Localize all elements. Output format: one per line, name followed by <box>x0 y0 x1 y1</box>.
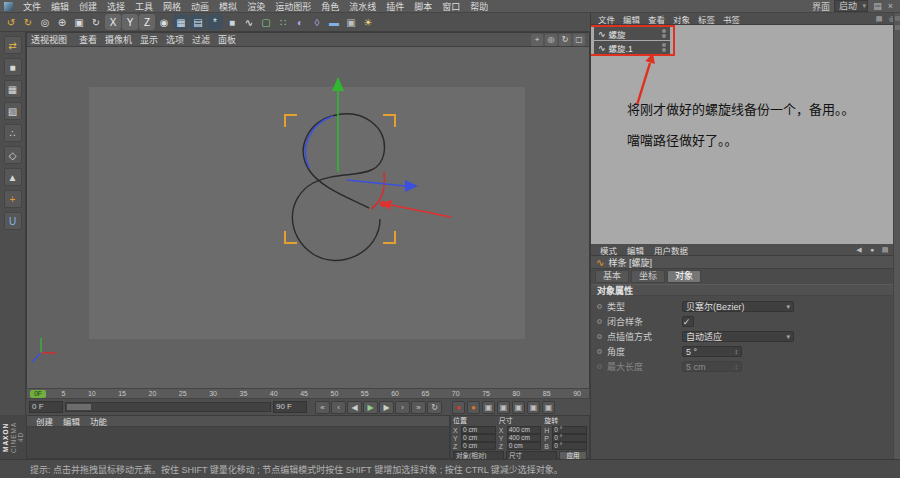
viewport-menu-item[interactable]: 摄像机 <box>101 33 136 46</box>
record-keyframe-button[interactable]: ● <box>452 401 465 414</box>
object-manager-menu-item[interactable]: 书签 <box>719 13 744 25</box>
menu-item[interactable]: 动画 <box>186 0 214 13</box>
end-frame-field[interactable]: 90 F <box>273 401 307 413</box>
live-selection-button[interactable]: ◎ <box>37 14 53 30</box>
next-key-button[interactable]: › <box>395 401 410 414</box>
position-field[interactable]: 0 cm <box>461 426 496 434</box>
timeline-ruler[interactable]: 0F 051015202530354045505560657075808590 <box>26 388 590 399</box>
pan-view-button[interactable]: + <box>531 34 543 46</box>
zoom-view-button[interactable]: ◎ <box>545 34 557 46</box>
deformers-button[interactable]: ◊ <box>309 14 325 30</box>
menu-item[interactable]: 工具 <box>130 0 158 13</box>
loop-button[interactable]: ↻ <box>427 401 442 414</box>
rotation-field[interactable]: 0 ° <box>552 426 587 434</box>
menu-item[interactable]: 网格 <box>158 0 186 13</box>
autokey-toggle[interactable]: ● <box>467 401 480 414</box>
render-view-button[interactable]: ▦ <box>173 14 189 30</box>
attribute-menu-item[interactable]: 编辑 <box>622 244 649 256</box>
animation-dot[interactable] <box>597 319 602 324</box>
viewport-menu-item[interactable]: 过滤 <box>188 33 214 46</box>
redo-button[interactable]: ↻ <box>20 14 36 30</box>
position-field[interactable]: 0 cm <box>461 434 496 442</box>
layout-dropdown[interactable]: 启动 <box>834 0 868 12</box>
om-filter-button[interactable]: ▤ <box>874 14 884 24</box>
menu-item[interactable]: 运动图形 <box>270 0 316 13</box>
size-field[interactable]: 400 cm <box>507 434 542 442</box>
generators-button[interactable]: ∷ <box>275 14 291 30</box>
object-manager-menu-item[interactable]: 查看 <box>644 13 669 25</box>
material-menu-item[interactable]: 创建 <box>31 415 58 427</box>
animation-dot[interactable] <box>597 334 602 339</box>
toggle-view-button[interactable]: ▢ <box>573 34 585 46</box>
undo-button[interactable]: ↺ <box>3 14 19 30</box>
rotation-field[interactable]: 0 ° <box>552 442 587 450</box>
attribute-control[interactable]: ✓ <box>682 316 694 327</box>
position-field[interactable]: 0 cm <box>461 442 496 450</box>
timeline-playhead[interactable]: 0F <box>30 390 46 398</box>
goto-end-button[interactable]: » <box>411 401 426 414</box>
object-manager-menu-item[interactable]: 编辑 <box>619 13 644 25</box>
subdivision-surface-button[interactable]: ▢ <box>258 14 274 30</box>
window-menu-button[interactable]: ▤ <box>872 1 883 11</box>
next-frame-button[interactable]: ▶ <box>379 401 394 414</box>
record-pla-toggle[interactable]: ▣ <box>542 401 555 414</box>
lock-y-axis-button[interactable]: Y <box>122 14 138 30</box>
frame-range-slider[interactable] <box>65 402 271 412</box>
record-scale-toggle[interactable]: ▣ <box>497 401 510 414</box>
menu-item[interactable]: 插件 <box>381 0 409 13</box>
attribute-control[interactable]: 自动适应 ▾ <box>682 331 794 342</box>
play-button[interactable]: ▶ <box>363 401 378 414</box>
edges-mode-button[interactable]: ◇ <box>4 146 22 164</box>
animation-dot[interactable] <box>597 349 602 354</box>
menu-item[interactable]: 文件 <box>18 0 46 13</box>
render-settings-button[interactable]: * <box>207 14 223 30</box>
menu-item[interactable]: 渲染 <box>242 0 270 13</box>
light-button[interactable]: ☀ <box>360 14 376 30</box>
menu-item[interactable]: 脚本 <box>409 0 437 13</box>
viewport-menu-item[interactable]: 选项 <box>162 33 188 46</box>
attribute-tab[interactable]: 对象 <box>667 270 701 283</box>
polygons-mode-button[interactable]: ▲ <box>4 168 22 186</box>
menu-item[interactable]: 窗口 <box>437 0 465 13</box>
attr-panel-menu-button[interactable]: ▤ <box>880 245 890 255</box>
lock-z-axis-button[interactable]: Z <box>139 14 155 30</box>
viewport-menu-item[interactable]: 面板 <box>214 33 240 46</box>
workplane-mode-button[interactable]: ▧ <box>4 102 22 120</box>
lock-x-axis-button[interactable]: X <box>105 14 121 30</box>
move-tool-button[interactable]: ⊕ <box>54 14 70 30</box>
panel-tab-icon[interactable] <box>895 25 900 30</box>
record-rotation-toggle[interactable]: ▣ <box>512 401 525 414</box>
rotation-field[interactable]: 0 ° <box>552 434 587 442</box>
material-menu-item[interactable]: 编辑 <box>58 415 85 427</box>
size-field[interactable]: 0 cm <box>507 442 542 450</box>
attribute-tab[interactable]: 坐标 <box>631 270 665 283</box>
attribute-menu-item[interactable]: 模式 <box>595 244 622 256</box>
viewport-menu-item[interactable]: 显示 <box>136 33 162 46</box>
goto-start-button[interactable]: « <box>315 401 330 414</box>
modeling-button[interactable]: ◐ <box>292 14 308 30</box>
menu-item[interactable]: 帮助 <box>465 0 493 13</box>
object-manager-menu-item[interactable]: 对象 <box>669 13 694 25</box>
animation-dot[interactable] <box>597 304 602 309</box>
attribute-tab[interactable]: 基本 <box>595 270 629 283</box>
prev-frame-button[interactable]: ◀ <box>347 401 362 414</box>
snap-settings-button[interactable]: U <box>4 212 22 230</box>
viewport-canvas[interactable] <box>27 47 589 388</box>
coordinate-system-button[interactable]: ◉ <box>156 14 172 30</box>
menu-item[interactable]: 角色 <box>316 0 344 13</box>
rotate-tool-button[interactable]: ↻ <box>88 14 104 30</box>
material-list-area[interactable] <box>27 427 449 458</box>
attribute-control[interactable]: 5 ° ↕ <box>682 346 742 357</box>
scale-tool-button[interactable]: ▣ <box>71 14 87 30</box>
object-manager-menu-item[interactable]: 标签 <box>694 13 719 25</box>
camera-button[interactable]: ▣ <box>343 14 359 30</box>
add-cube-button[interactable]: ■ <box>224 14 240 30</box>
attr-history-back-button[interactable]: ◀ <box>854 245 864 255</box>
prev-key-button[interactable]: ‹ <box>331 401 346 414</box>
environment-button[interactable]: ▬ <box>326 14 342 30</box>
menu-item[interactable]: 流水线 <box>344 0 381 13</box>
points-mode-button[interactable]: ∴ <box>4 124 22 142</box>
material-menu-item[interactable]: 功能 <box>85 415 112 427</box>
model-mode-button[interactable]: ■ <box>4 58 22 76</box>
panel-tab-icon[interactable] <box>895 16 900 21</box>
